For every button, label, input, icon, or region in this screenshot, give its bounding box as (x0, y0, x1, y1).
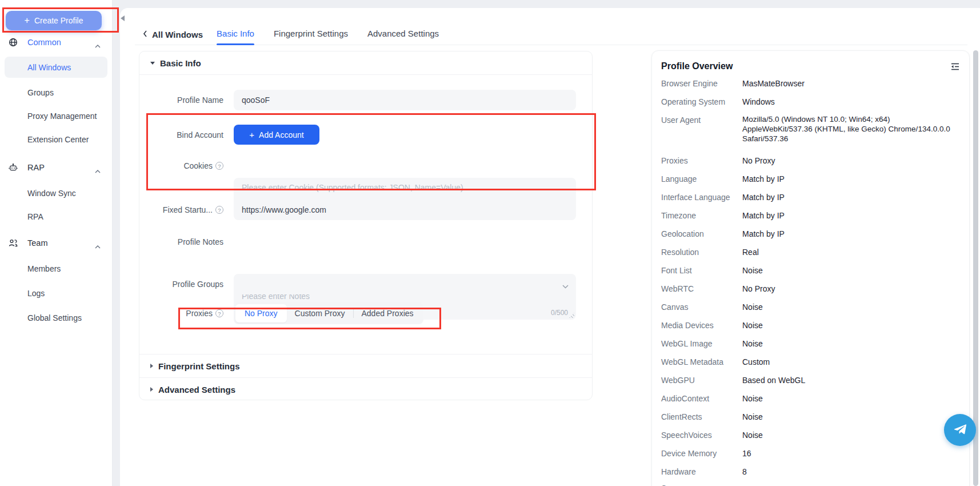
sidebar-section-team[interactable]: Team (0, 232, 113, 254)
overview-row: Font List Noise (661, 265, 960, 277)
overview-row-value: Windows (742, 96, 775, 108)
back-chevron-icon (143, 30, 147, 39)
globe-icon (9, 38, 18, 47)
overview-row: Media Devices Noise (661, 320, 960, 332)
add-account-label: Add Account (259, 130, 304, 140)
overview-row-label: Timezone (661, 210, 742, 222)
bind-account-label: Bind Account (145, 125, 223, 145)
sidebar-item-proxy-management[interactable]: Proxy Management (0, 105, 113, 128)
sidebar-item-rpa[interactable]: RPA (0, 205, 113, 228)
overview-row: Proxies No Proxy (661, 155, 960, 167)
sidebar-item-label: Members (27, 264, 61, 273)
sidebar-item-members[interactable]: Members (0, 257, 113, 280)
robot-icon (9, 163, 18, 172)
chevron-down-icon (562, 281, 569, 290)
overview-row-label: Font List (661, 265, 742, 277)
fingerprint-settings-section-header[interactable]: Fingerprint Settings (139, 354, 592, 377)
sidebar-item-label: Global Settings (27, 313, 82, 322)
segment-added-proxies[interactable]: Added Proxies (354, 304, 422, 322)
overview-row-label: Interface Language (661, 192, 742, 204)
overview-row: WebRTC No Proxy (661, 283, 960, 295)
sidebar-item-label: Groups (27, 88, 54, 97)
vertical-scrollbar[interactable] (973, 50, 978, 486)
overview-row-value: 16 (742, 448, 751, 460)
overview-row-label: Browser Engine (661, 78, 742, 90)
overview-row-value: Noise (742, 411, 763, 423)
advanced-settings-section-header[interactable]: Advanced Settings (139, 377, 592, 401)
overview-row: Interface Language Match by IP (661, 192, 960, 204)
overview-row: Resolution Real (661, 246, 960, 258)
overview-row-value: Custom (742, 356, 770, 368)
overview-row-value: 8 (742, 466, 747, 478)
sidebar-collapse-icon[interactable] (121, 15, 125, 21)
chevron-up-icon[interactable] (95, 41, 101, 50)
sidebar-item-global-settings[interactable]: Global Settings (0, 306, 113, 329)
sidebar-section-rap[interactable]: RAP (0, 156, 113, 179)
overview-row-value: Match by IP (742, 228, 785, 240)
overview-row-value: MasMateBrowser (742, 78, 805, 90)
overview-row: AudioContext Noise (661, 393, 960, 405)
help-icon[interactable]: ? (215, 162, 223, 170)
overview-row-value: Match by IP (742, 192, 785, 204)
proxies-label: Proxies ? (145, 303, 223, 324)
basic-info-section-header[interactable]: Basic Info (139, 51, 592, 75)
profile-name-input[interactable] (234, 90, 576, 110)
overview-row-value: Mozilla/5.0 (Windows NT 10.0; Win64; x64… (742, 114, 959, 149)
overview-row-value: Noise (742, 429, 763, 441)
sidebar-item-label: Window Sync (27, 189, 76, 198)
tab-fingerprint-settings[interactable]: Fingerprint Settings (274, 24, 348, 45)
panel-collapse-icon[interactable] (950, 62, 960, 73)
sidebar-section-common[interactable]: Common (0, 31, 113, 54)
back-label: All Windows (152, 30, 203, 39)
create-profile-label: Create Profile (34, 16, 83, 25)
overview-row-label: Device Memory (661, 448, 742, 460)
sidebar-item-logs[interactable]: Logs (0, 282, 113, 305)
help-icon[interactable]: ? (215, 309, 223, 317)
sidebar-item-extension-center[interactable]: Extension Center (0, 128, 113, 151)
overview-row: WebGL Metadata Custom (661, 356, 960, 368)
overview-row-label: Proxies (661, 155, 742, 167)
team-icon (9, 238, 18, 248)
profile-groups-select[interactable] (234, 274, 576, 294)
profile-name-label: Profile Name (145, 90, 223, 110)
overview-row-value: Match by IP (742, 210, 785, 222)
overview-row-label: Language (661, 173, 742, 185)
sidebar-item-all-windows[interactable]: All Windows (5, 57, 107, 78)
tab-basic-info[interactable]: Basic Info (217, 24, 254, 45)
section-title: Advanced Settings (158, 385, 235, 395)
fixed-startup-input[interactable] (234, 200, 576, 220)
plus-icon: + (25, 16, 30, 25)
overview-row-value: No Proxy (742, 155, 775, 167)
overview-row-label: WebRTC (661, 283, 742, 295)
sidebar-item-window-sync[interactable]: Window Sync (0, 182, 113, 205)
overview-row-value: Noise (742, 338, 763, 350)
back-button[interactable]: All Windows (143, 30, 203, 39)
sidebar-item-groups[interactable]: Groups (0, 81, 113, 104)
help-icon[interactable]: ? (215, 206, 223, 214)
sidebar-item-label: RPA (27, 212, 43, 221)
sidebar-item-label: Logs (27, 289, 45, 298)
overview-row: SpeechVoices Noise (661, 429, 960, 441)
sidebar: + Create Profile Common All Windows Grou… (0, 0, 113, 486)
add-account-button[interactable]: + Add Account (234, 125, 319, 145)
main-content: All Windows Basic Info Fingerprint Setti… (120, 8, 980, 486)
overview-row-value: Noise (742, 265, 763, 277)
segment-custom-proxy[interactable]: Custom Proxy (287, 304, 353, 322)
chevron-up-icon[interactable] (95, 166, 101, 175)
telegram-plane-icon (952, 421, 968, 439)
overview-row-value: Noise (742, 301, 763, 313)
caret-right-icon (150, 364, 153, 368)
overview-row-label: Operating System (661, 96, 742, 108)
telegram-button[interactable] (944, 414, 976, 446)
chevron-up-icon[interactable] (95, 241, 101, 250)
tab-advanced-settings[interactable]: Advanced Settings (367, 24, 439, 45)
create-profile-button[interactable]: + Create Profile (6, 11, 102, 30)
tab-strip: All Windows Basic Info Fingerprint Setti… (135, 24, 967, 45)
overview-row: Browser Engine MasMateBrowser (661, 78, 960, 90)
caret-down-icon (150, 62, 155, 65)
segment-no-proxy[interactable]: No Proxy (235, 304, 287, 322)
overview-row-value: Real (742, 246, 759, 258)
overview-row: Timezone Match by IP (661, 210, 960, 222)
overview-row-label: WebGL Image (661, 338, 742, 350)
overview-row: Canvas Noise (661, 301, 960, 313)
